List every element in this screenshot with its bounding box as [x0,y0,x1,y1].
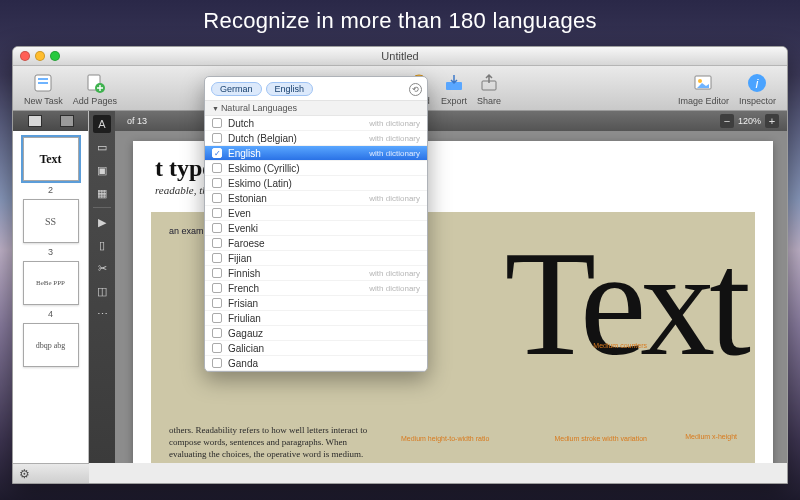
thumbnail-page[interactable]: SS [23,199,79,243]
tool-crop[interactable]: ✂ [93,259,111,277]
share-button[interactable]: Share [472,71,506,106]
checkbox-icon [212,208,222,218]
tool-erase[interactable]: ◫ [93,282,111,300]
svg-rect-2 [38,82,48,84]
checkbox-icon [212,343,222,353]
checkbox-icon [212,253,222,263]
checkbox-icon [212,178,222,188]
language-label: Frisian [228,298,258,309]
tool-palette: A ▭ ▣ ▦ ▶ ▯ ✂ ◫ ⋯ [89,111,115,463]
language-option[interactable]: Finnishwith dictionary [205,266,427,281]
language-option[interactable]: Frenchwith dictionary [205,281,427,296]
image-editor-button[interactable]: Image Editor [673,71,734,106]
language-list[interactable]: Dutchwith dictionaryDutch (Belgian)with … [205,116,427,371]
thumb-view-icon[interactable] [28,115,42,127]
language-label: English [228,148,261,159]
thumb-preview: dbqp abg [36,341,66,350]
tool-frame[interactable]: ▭ [93,138,111,156]
inspector-button[interactable]: i Inspector [734,71,781,106]
dictionary-badge: with dictionary [369,149,420,158]
page-indicator: of 13 [127,116,147,126]
checkbox-icon [212,118,222,128]
checkbox-icon [212,313,222,323]
language-option[interactable]: Frisian [205,296,427,311]
language-label: Friulian [228,313,261,324]
thumbnail-page[interactable]: Text [23,137,79,181]
language-chip[interactable]: German [211,82,262,96]
add-pages-icon [83,71,107,95]
language-option[interactable]: Fijian [205,251,427,266]
language-option[interactable]: Dutch (Belgian)with dictionary [205,131,427,146]
language-option[interactable]: Eskimo (Latin) [205,176,427,191]
zoom-controls: − 120% + [720,114,779,128]
tool-image[interactable]: ▣ [93,161,111,179]
language-option[interactable]: ✓Englishwith dictionary [205,146,427,161]
language-label: Finnish [228,268,260,279]
language-label: Evenki [228,223,258,234]
tool-text[interactable]: A [93,115,111,133]
language-label: French [228,283,259,294]
language-label: Eskimo (Latin) [228,178,292,189]
tool-pointer[interactable]: ▶ [93,213,111,231]
svg-point-9 [698,79,702,83]
language-option[interactable]: Faroese [205,236,427,251]
language-option[interactable]: Eskimo (Cyrillic) [205,161,427,176]
gear-icon[interactable]: ⚙ [19,467,30,481]
language-label: Fijian [228,253,252,264]
thumb-alt-view-icon[interactable] [60,115,74,127]
export-label: Export [441,96,467,106]
thumb-preview: Text [39,152,61,167]
new-task-icon [31,71,55,95]
annotation: Medium counters [593,342,647,349]
dropdown-search-row: German English ⟲ [205,77,427,101]
titlebar: Untitled [13,47,787,66]
dictionary-badge: with dictionary [369,134,420,143]
language-option[interactable]: Galician [205,341,427,356]
checkbox-icon [212,298,222,308]
language-option[interactable]: Even [205,206,427,221]
checkbox-icon: ✓ [212,148,222,158]
language-chip[interactable]: English [266,82,314,96]
checkbox-icon [212,268,222,278]
thumbnail-page[interactable]: dbqp abg [23,323,79,367]
language-option[interactable]: Friulian [205,311,427,326]
thumb-preview: SS [45,216,56,227]
tool-table[interactable]: ▦ [93,184,111,202]
language-group-header: Natural Languages [205,101,427,116]
thumb-number: 4 [48,309,53,319]
checkbox-icon [212,223,222,233]
language-option[interactable]: Ganda [205,356,427,371]
add-pages-button[interactable]: Add Pages [68,71,122,106]
language-option[interactable]: Gagauz [205,326,427,341]
language-label: Galician [228,343,264,354]
checkbox-icon [212,358,222,368]
checkbox-icon [212,133,222,143]
thumbnail-header [13,111,88,131]
language-label: Gagauz [228,328,263,339]
thumbnail-list[interactable]: Text 2 SS 3 BeBe PPP 4 dbqp abg [13,131,88,463]
language-option[interactable]: Estonianwith dictionary [205,191,427,206]
dictionary-badge: with dictionary [369,119,420,128]
language-label: Dutch [228,118,254,129]
share-label: Share [477,96,501,106]
tool-select[interactable]: ▯ [93,236,111,254]
zoom-out-button[interactable]: − [720,114,734,128]
thumb-number: 3 [48,247,53,257]
export-button[interactable]: Export [436,71,472,106]
thumbnail-panel: Text 2 SS 3 BeBe PPP 4 dbqp abg [13,111,89,463]
image-editor-label: Image Editor [678,96,729,106]
checkbox-icon [212,238,222,248]
zoom-in-button[interactable]: + [765,114,779,128]
language-label: Estonian [228,193,267,204]
export-icon [442,71,466,95]
history-icon[interactable]: ⟲ [409,83,422,96]
status-bar: ⚙ [13,463,89,483]
add-pages-label: Add Pages [73,96,117,106]
body-paragraph: others. Readability refers to how well l… [169,424,369,460]
tool-more[interactable]: ⋯ [93,305,111,323]
dictionary-badge: with dictionary [369,269,420,278]
new-task-button[interactable]: New Task [19,71,68,106]
language-option[interactable]: Dutchwith dictionary [205,116,427,131]
thumbnail-page[interactable]: BeBe PPP [23,261,79,305]
language-option[interactable]: Evenki [205,221,427,236]
